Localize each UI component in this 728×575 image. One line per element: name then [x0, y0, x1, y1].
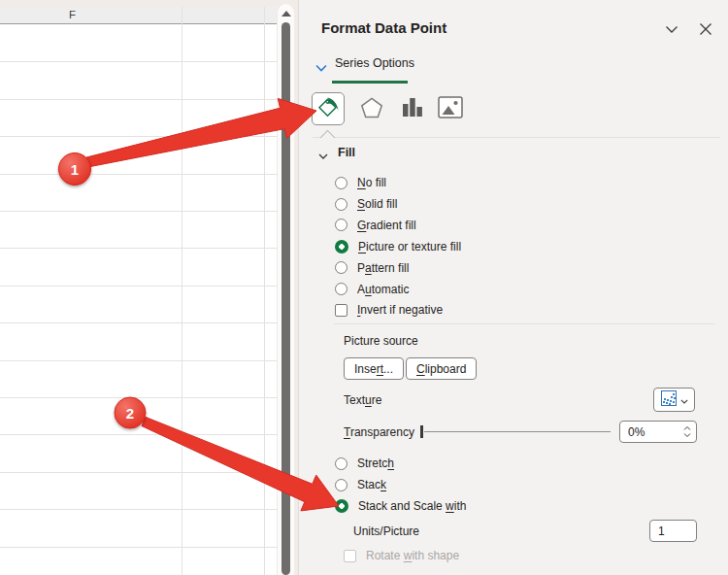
tab-series-options-chart[interactable] — [401, 97, 424, 120]
checkbox-invert-if-negative[interactable]: Invert if negative — [335, 303, 461, 317]
clipboard-button[interactable]: Clipboard — [406, 357, 477, 380]
paint-bucket-icon — [316, 96, 340, 122]
radio-stack-and-scale-with[interactable]: Stack and Scale with — [335, 499, 466, 513]
texture-label: Texture — [344, 393, 381, 407]
pane-title: Format Data Point — [321, 19, 447, 36]
radio-icon[interactable] — [335, 457, 347, 470]
fill-options-group: No fill Solid fill Gradient fill Picture… — [335, 176, 461, 318]
radio-icon-selected[interactable] — [335, 240, 348, 254]
units-per-picture-box — [649, 520, 697, 542]
checkbox-label: Rotate with shape — [366, 549, 459, 562]
fill-section-heading[interactable]: Fill — [338, 146, 355, 159]
pane-collapse-button[interactable] — [661, 21, 682, 39]
radio-label: Pattern fill — [357, 261, 409, 275]
radio-gradient-fill[interactable]: Gradient fill — [335, 219, 461, 232]
radio-icon[interactable] — [335, 198, 347, 211]
radio-icon[interactable] — [335, 219, 347, 231]
spreadsheet-grid[interactable]: F — [0, 7, 277, 575]
picture-icon — [438, 96, 463, 121]
column-gridline — [264, 7, 265, 575]
vertical-scrollbar[interactable] — [277, 4, 294, 575]
checkbox-rotate-with-shape: Rotate with shape — [344, 549, 459, 562]
checkbox-icon-disabled — [344, 550, 356, 562]
column-header-f[interactable]: F — [69, 9, 76, 20]
chevron-down-icon[interactable] — [318, 150, 328, 163]
picture-source-label: Picture source — [344, 334, 418, 348]
radio-automatic[interactable]: Automatic — [335, 282, 461, 295]
radio-stack[interactable]: Stack — [335, 478, 466, 491]
transparency-slider-thumb[interactable] — [420, 425, 423, 438]
column-header-row[interactable]: F — [0, 7, 277, 24]
radio-pattern-fill[interactable]: Pattern fill — [335, 261, 461, 275]
chevron-down-icon[interactable] — [315, 61, 327, 75]
series-options-active-underline — [332, 81, 408, 84]
tab-separator-line — [313, 137, 720, 138]
chevron-down-icon — [665, 23, 678, 37]
scrollbar-thumb[interactable] — [281, 22, 290, 575]
checkbox-icon[interactable] — [335, 304, 347, 317]
units-per-picture-input[interactable] — [650, 524, 687, 538]
insert-button[interactable]: Insert... — [344, 357, 404, 380]
radio-label: Stretch — [357, 457, 394, 470]
radio-picture-or-texture-fill[interactable]: Picture or texture fill — [335, 240, 461, 254]
radio-no-fill[interactable]: No fill — [335, 176, 461, 189]
radio-label: No fill — [357, 176, 386, 189]
radio-icon[interactable] — [335, 261, 347, 274]
tab-picture-fill[interactable] — [437, 97, 464, 120]
texture-dropdown-button[interactable] — [653, 388, 695, 412]
transparency-label: Transparency — [344, 425, 414, 439]
radio-icon[interactable] — [335, 283, 347, 295]
section-separator-line — [334, 323, 715, 324]
radio-label: Stack and Scale with — [358, 499, 466, 513]
radio-solid-fill[interactable]: Solid fill — [335, 197, 461, 211]
spin-up-icon[interactable] — [683, 425, 691, 431]
radio-icon[interactable] — [335, 479, 347, 491]
radio-label: Automatic — [357, 283, 409, 296]
selected-tab-caret — [320, 130, 336, 146]
bar-chart-icon — [402, 97, 423, 120]
column-gridline — [182, 7, 182, 575]
close-icon — [699, 22, 712, 39]
tab-fill-and-line[interactable] — [312, 92, 345, 125]
radio-stretch[interactable]: Stretch — [335, 457, 466, 470]
format-data-point-pane: Format Data Point Series Options — [298, 0, 728, 575]
cell-grid[interactable] — [0, 25, 277, 575]
spinner-arrows — [683, 425, 691, 438]
radio-label: Picture or texture fill — [358, 240, 461, 254]
radio-label: Stack — [357, 478, 386, 491]
scroll-up-arrow-icon[interactable] — [281, 11, 291, 17]
transparency-slider-track[interactable] — [424, 431, 611, 432]
pane-close-button[interactable] — [695, 21, 716, 39]
radio-icon[interactable] — [335, 177, 347, 189]
radio-label: Solid fill — [357, 197, 397, 211]
transparency-value-input[interactable] — [620, 425, 671, 439]
spin-down-icon[interactable] — [683, 432, 691, 438]
texture-preview-icon — [661, 390, 677, 409]
checkbox-label: Invert if negative — [357, 303, 443, 317]
pentagon-icon — [359, 96, 384, 122]
picture-layout-options-group: Stretch Stack Stack and Scale with — [335, 457, 466, 513]
transparency-spinner — [619, 421, 697, 443]
tab-effects[interactable] — [358, 95, 385, 122]
tab-series-options[interactable]: Series Options — [335, 56, 414, 70]
units-per-picture-label: Units/Picture — [353, 524, 419, 538]
chevron-down-icon — [680, 393, 688, 407]
radio-label: Gradient fill — [357, 219, 416, 232]
radio-icon-selected[interactable] — [335, 499, 348, 513]
